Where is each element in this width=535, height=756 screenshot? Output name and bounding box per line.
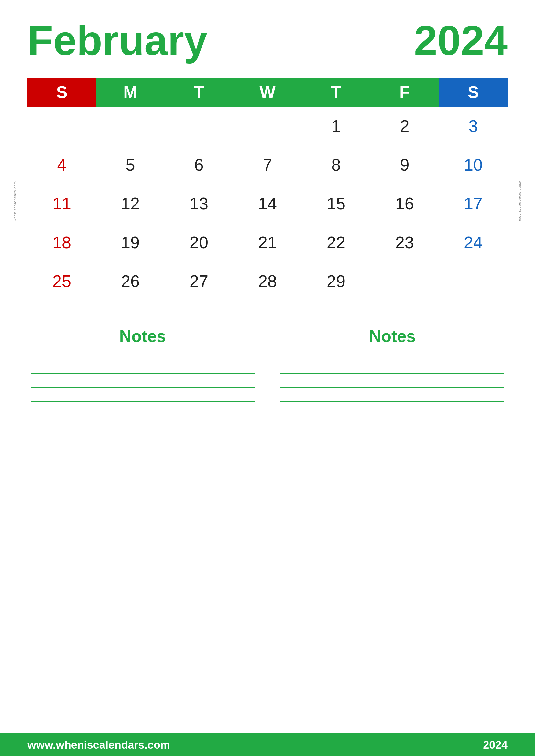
header-friday: F	[370, 78, 439, 107]
watermark-right: wheniscalendars.com	[518, 181, 522, 221]
day-cell: 15	[302, 184, 370, 223]
day-cell: 3	[439, 107, 508, 146]
notes-line-4	[31, 401, 255, 402]
notes-right-title: Notes	[280, 326, 504, 346]
watermark-left: wheniscalendars.com	[13, 181, 17, 221]
footer-year: 2024	[483, 739, 508, 751]
day-cell: 27	[165, 262, 233, 301]
day-cell: 18	[27, 223, 96, 262]
day-cell: 25	[27, 262, 96, 301]
day-cell: 5	[96, 146, 165, 184]
day-cell: 6	[165, 146, 233, 184]
header-monday: M	[96, 78, 165, 107]
day-cell: 19	[96, 223, 165, 262]
header-tuesday: T	[165, 78, 233, 107]
month-title: February	[27, 19, 207, 62]
header-thursday: T	[302, 78, 370, 107]
notes-line-3	[31, 387, 255, 388]
footer-url: www.wheniscalendars.com	[27, 739, 170, 751]
day-cell: 9	[370, 146, 439, 184]
header-saturday: S	[439, 78, 508, 107]
day-cell	[370, 262, 439, 301]
days-header-row: S M T W T F S	[27, 78, 508, 107]
calendar-table: S M T W T F S 12345678910111213141516171…	[27, 78, 508, 301]
calendar-week-1: 123	[27, 107, 508, 146]
notes-line-1	[31, 359, 255, 360]
day-cell: 14	[233, 184, 302, 223]
day-cell: 7	[233, 146, 302, 184]
day-cell: 13	[165, 184, 233, 223]
day-cell: 11	[27, 184, 96, 223]
notes-section: Notes Notes	[27, 326, 508, 416]
notes-line-5	[280, 359, 504, 360]
day-cell: 17	[439, 184, 508, 223]
day-cell	[233, 107, 302, 146]
calendar-week-3: 11121314151617	[27, 184, 508, 223]
calendar-week-5: 2526272829	[27, 262, 508, 301]
day-cell: 28	[233, 262, 302, 301]
header-sunday: S	[27, 78, 96, 107]
notes-right: Notes	[280, 326, 504, 416]
day-cell: 4	[27, 146, 96, 184]
day-cell: 24	[439, 223, 508, 262]
header-wednesday: W	[233, 78, 302, 107]
day-cell: 1	[302, 107, 370, 146]
year-title: 2024	[414, 19, 508, 62]
calendar-wrapper: wheniscalendars.com wheniscalendars.com …	[27, 78, 508, 301]
notes-line-8	[280, 401, 504, 402]
calendar-page: February 2024 wheniscalendars.com whenis…	[0, 0, 535, 756]
day-cell: 10	[439, 146, 508, 184]
notes-left: Notes	[31, 326, 255, 416]
notes-line-6	[280, 373, 504, 374]
footer: www.wheniscalendars.com 2024	[0, 733, 535, 756]
day-cell: 26	[96, 262, 165, 301]
day-cell	[165, 107, 233, 146]
header: February 2024	[27, 19, 508, 62]
day-cell: 22	[302, 223, 370, 262]
day-cell: 21	[233, 223, 302, 262]
day-cell: 23	[370, 223, 439, 262]
day-cell: 16	[370, 184, 439, 223]
day-cell	[27, 107, 96, 146]
day-cell	[96, 107, 165, 146]
day-cell	[439, 262, 508, 301]
day-cell: 8	[302, 146, 370, 184]
day-cell: 12	[96, 184, 165, 223]
notes-line-7	[280, 387, 504, 388]
day-cell: 2	[370, 107, 439, 146]
notes-line-2	[31, 373, 255, 374]
notes-left-title: Notes	[31, 326, 255, 346]
calendar-week-2: 45678910	[27, 146, 508, 184]
calendar-week-4: 18192021222324	[27, 223, 508, 262]
day-cell: 29	[302, 262, 370, 301]
day-cell: 20	[165, 223, 233, 262]
